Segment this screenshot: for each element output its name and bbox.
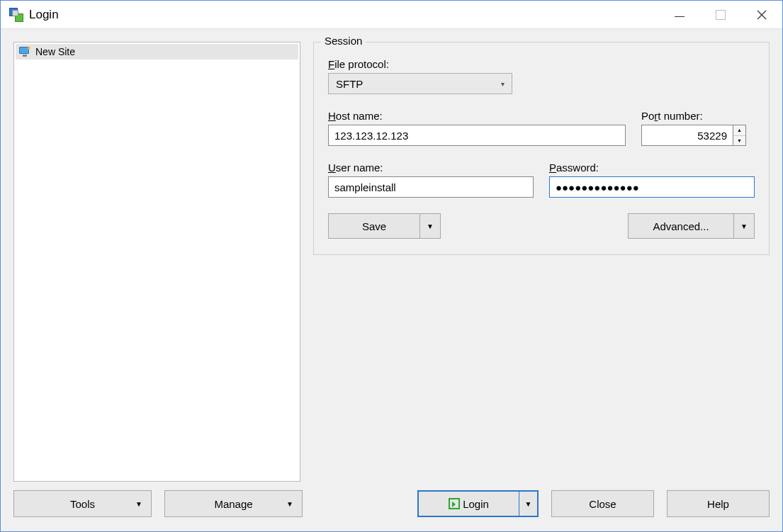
close-label: Close [589,498,616,510]
user-name-label: User name: [328,162,534,174]
spin-up-icon[interactable]: ▲ [733,125,745,136]
maximize-button [700,1,741,28]
file-protocol-label: File protocol: [328,58,755,70]
help-label: Help [707,498,729,510]
chevron-down-icon: ▼ [135,500,142,508]
chevron-down-icon: ▼ [286,500,293,508]
port-spin-buttons[interactable]: ▲ ▼ [733,125,746,146]
tools-label: Tools [70,498,95,510]
window-controls [659,1,782,28]
login-dropdown[interactable]: ▼ [519,490,539,517]
host-name-input[interactable] [328,125,626,146]
save-dropdown[interactable]: ▼ [419,213,441,239]
titlebar: Login [1,1,782,29]
tools-button[interactable]: Tools ▼ [13,490,152,517]
session-groupbox: Session File protocol: SFTP ▾ Host name: [313,42,770,255]
file-protocol-combo[interactable]: SFTP ▾ [328,73,512,94]
sites-list[interactable]: ✦ New Site [13,42,300,482]
client-area: ✦ New Site Session File protocol: SFTP ▾ [1,29,782,531]
footer-row: Tools ▼ Manage ▼ Login ▼ Close Help [13,490,770,519]
spin-down-icon[interactable]: ▼ [733,136,745,146]
manage-button[interactable]: Manage ▼ [164,490,303,517]
user-name-input[interactable] [328,176,534,198]
save-button-main[interactable]: Save [328,213,420,239]
login-window: Login ✦ New Site [0,0,783,532]
password-input[interactable] [549,176,755,198]
password-label: Password: [549,162,755,174]
close-button[interactable]: Close [551,490,654,517]
port-spinner[interactable]: ▲ ▼ [641,125,755,146]
host-name-label: Host name: [328,110,626,122]
login-icon [449,498,460,509]
login-label: Login [463,498,489,510]
site-item-label: New Site [35,46,75,57]
save-button[interactable]: Save ▼ [328,213,441,239]
chevron-down-icon: ▾ [501,80,505,88]
minimize-button[interactable] [659,1,700,28]
window-title: Login [29,8,59,22]
advanced-button-main[interactable]: Advanced... [628,213,734,239]
advanced-button[interactable]: Advanced... ▼ [628,213,755,239]
close-window-button[interactable] [741,1,782,28]
help-button[interactable]: Help [667,490,770,517]
advanced-dropdown[interactable]: ▼ [733,213,755,239]
login-button[interactable]: Login ▼ [417,490,539,517]
port-label: Port number: [641,110,755,122]
port-input[interactable] [641,125,733,146]
file-protocol-value: SFTP [336,78,363,90]
session-panel: Session File protocol: SFTP ▾ Host name: [313,42,770,482]
new-site-icon: ✦ [18,46,31,57]
main-row: ✦ New Site Session File protocol: SFTP ▾ [13,42,770,482]
manage-label: Manage [214,498,252,510]
app-icon [9,8,23,22]
login-button-main[interactable]: Login [417,490,520,517]
session-legend: Session [321,35,366,47]
site-item-new-site[interactable]: ✦ New Site [16,44,298,60]
